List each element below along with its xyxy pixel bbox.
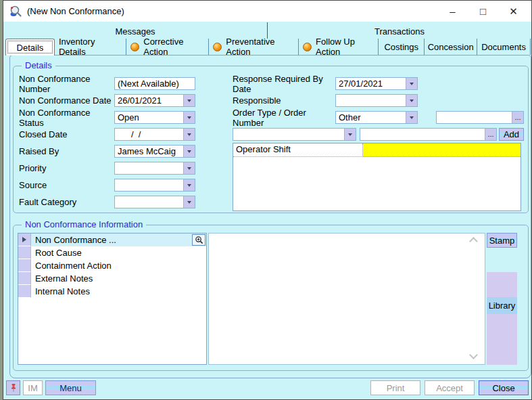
chevron-down-icon[interactable] xyxy=(183,112,195,123)
responsible-label: Responsible xyxy=(233,95,335,106)
row-selector-cell[interactable] xyxy=(18,285,31,298)
chevron-down-icon[interactable] xyxy=(344,129,356,140)
response-date-label: Response Required By Date xyxy=(233,74,335,94)
nc-number-input[interactable]: (Next Available) xyxy=(114,77,195,90)
app-window: (New Non Conformance) – □ ✕ Messages Tra… xyxy=(3,0,532,400)
tab-follow-up-action[interactable]: Follow Up Action xyxy=(299,39,379,55)
attribute-value-cell[interactable] xyxy=(363,143,521,157)
closed-date-value: / / xyxy=(115,129,183,140)
nc-date-dropdown[interactable]: 26/01/2021 xyxy=(114,94,195,107)
row-selector-cell[interactable] xyxy=(18,272,31,285)
list-item[interactable]: Root Cause xyxy=(18,246,206,259)
attribute-category-dropdown[interactable] xyxy=(233,128,356,141)
tab-label: Documents xyxy=(481,42,526,52)
nc-status-label: Non Conformance Status xyxy=(19,108,114,128)
nc-status-dropdown[interactable]: Open xyxy=(114,111,195,124)
priority-label: Priority xyxy=(19,163,114,173)
menu-button[interactable]: Menu xyxy=(45,380,96,395)
close-window-button[interactable]: ✕ xyxy=(498,1,529,22)
tab-group-transactions[interactable]: Transactions xyxy=(267,22,531,39)
attribute-category-value xyxy=(233,129,344,140)
tab-preventative-action[interactable]: Preventative Action xyxy=(209,39,299,55)
list-item[interactable]: External Notes xyxy=(18,272,206,285)
close-button[interactable]: Close xyxy=(479,380,529,395)
tab-label: Corrective Action xyxy=(143,37,204,57)
source-dropdown[interactable] xyxy=(114,179,195,192)
notes-editor[interactable] xyxy=(208,233,485,365)
title-bar: (New Non Conformance) – □ ✕ xyxy=(3,1,531,22)
zoom-in-button[interactable] xyxy=(192,234,205,246)
add-button[interactable]: Add xyxy=(499,128,524,141)
chevron-down-icon[interactable] xyxy=(183,129,195,140)
chevron-down-icon[interactable] xyxy=(183,95,195,106)
closed-date-dropdown[interactable]: / / xyxy=(114,128,195,141)
chevron-down-icon[interactable] xyxy=(183,196,195,208)
window-controls: – □ ✕ xyxy=(437,1,529,22)
order-type-dropdown[interactable]: Other xyxy=(335,111,418,124)
im-button[interactable]: IM xyxy=(23,380,43,395)
responsible-value xyxy=(336,95,406,106)
priority-dropdown[interactable] xyxy=(114,162,195,175)
list-item[interactable]: Containment Action xyxy=(18,259,206,272)
details-legend: Details xyxy=(22,60,55,70)
raised-by-dropdown[interactable]: James McCaig xyxy=(114,145,195,158)
response-date-dropdown[interactable]: 27/01/2021 xyxy=(335,77,418,90)
section-label: External Notes xyxy=(31,272,206,285)
tab-inventory-details[interactable]: Inventory Details xyxy=(55,39,126,55)
nc-number-label: Non Conformance Number xyxy=(19,74,114,94)
details-groupbox: Details Non Conformance Number (Next Ava… xyxy=(13,66,529,213)
row-selector-cell[interactable] xyxy=(18,234,31,246)
attribute-value-input[interactable] xyxy=(360,128,485,141)
tab-costings[interactable]: Costings xyxy=(379,39,425,55)
fault-category-label: Fault Category xyxy=(19,197,114,207)
maximize-button[interactable]: □ xyxy=(468,1,498,22)
tab-concession[interactable]: Concession xyxy=(425,39,477,55)
library-button[interactable]: Library xyxy=(487,297,517,314)
accept-button[interactable]: Accept xyxy=(425,380,475,395)
tab-strip: Details Inventory Details Corrective Act… xyxy=(5,39,531,55)
tab-label: Follow Up Action xyxy=(316,37,374,57)
nc-date-label: Non Conformance Date xyxy=(19,95,114,106)
section-label: Non Conformance ... xyxy=(31,234,206,246)
tab-details[interactable]: Details xyxy=(5,39,55,55)
order-number-browse-button[interactable]: ... xyxy=(512,111,524,124)
list-item[interactable]: Internal Notes xyxy=(18,285,206,298)
closed-date-label: Closed Date xyxy=(19,129,114,139)
row-selector-cell[interactable] xyxy=(18,259,31,272)
fault-category-dropdown[interactable] xyxy=(114,196,195,208)
chevron-down-icon[interactable] xyxy=(406,112,417,123)
list-item[interactable]: Non Conformance ... xyxy=(18,234,206,246)
window-title: (New Non Conformance) xyxy=(27,6,124,16)
nc-status-value: Open xyxy=(115,112,183,123)
attribute-name-cell: Operator Shift xyxy=(233,143,363,157)
order-number-input[interactable] xyxy=(436,111,512,124)
source-value xyxy=(115,179,183,191)
chevron-down-icon[interactable] xyxy=(183,146,195,157)
library-panel: Library xyxy=(487,272,517,365)
tab-label: Concession xyxy=(428,42,474,52)
response-date-value: 27/01/2021 xyxy=(336,78,406,89)
minimize-button[interactable]: – xyxy=(437,1,468,22)
status-ball-icon xyxy=(130,43,139,51)
chevron-down-icon[interactable] xyxy=(183,162,195,174)
print-button[interactable]: Print xyxy=(370,380,420,395)
nc-date-value: 26/01/2021 xyxy=(115,95,183,106)
tab-corrective-action[interactable]: Corrective Action xyxy=(126,39,209,55)
raised-by-value: James McCaig xyxy=(115,146,183,157)
chevron-down-icon[interactable] xyxy=(406,95,417,106)
attribute-browse-button[interactable]: ... xyxy=(485,128,497,141)
stamp-button[interactable]: Stamp xyxy=(487,233,517,248)
pin-button[interactable] xyxy=(6,380,20,395)
row-pointer-icon xyxy=(22,237,26,242)
chevron-down-icon[interactable] xyxy=(183,179,195,191)
order-type-value: Other xyxy=(336,112,406,123)
info-section-list: Non Conformance ... Root Cause xyxy=(18,233,207,365)
tab-label: Inventory Details xyxy=(59,37,122,57)
responsible-dropdown[interactable] xyxy=(335,94,418,107)
pushpin-icon xyxy=(9,383,18,393)
tab-label: Preventative Action xyxy=(226,37,294,57)
tab-documents[interactable]: Documents xyxy=(477,39,531,55)
attributes-list: Operator Shift xyxy=(233,143,521,211)
row-selector-cell[interactable] xyxy=(18,246,31,259)
chevron-down-icon[interactable] xyxy=(406,78,417,89)
